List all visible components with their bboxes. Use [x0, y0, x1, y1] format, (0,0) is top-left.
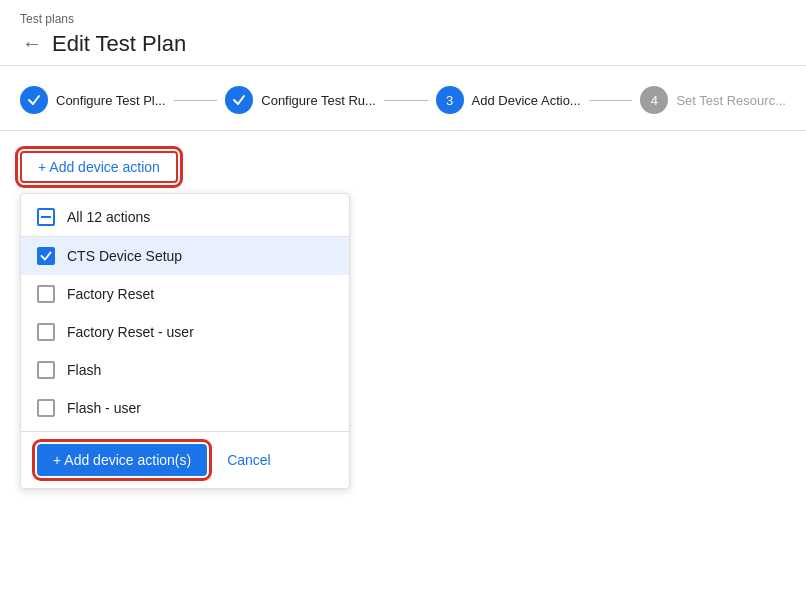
step-connector-3 — [589, 100, 633, 101]
step-connector-2 — [384, 100, 428, 101]
dropdown-item-flash-user[interactable]: Flash - user — [21, 389, 349, 427]
dropdown-footer: + Add device action(s) Cancel — [21, 431, 349, 488]
step-2-circle — [225, 86, 253, 114]
checkmark-icon-2 — [232, 93, 246, 107]
dropdown-item-flash[interactable]: Flash — [21, 351, 349, 389]
dropdown-item-factory-reset-user[interactable]: Factory Reset - user — [21, 313, 349, 351]
checkbox-all — [37, 208, 55, 226]
add-device-action-button[interactable]: + Add device action — [20, 151, 178, 183]
step-4-number: 4 — [651, 93, 658, 108]
step-connector-1 — [174, 100, 218, 101]
step-3-label: Add Device Actio... — [472, 93, 581, 108]
dropdown-item-flash-label: Flash — [67, 362, 101, 378]
checkbox-factory-reset-user — [37, 323, 55, 341]
main-content: + Add device action All 12 actions — [0, 131, 806, 596]
check-icon-cts — [40, 250, 52, 262]
step-1-circle — [20, 86, 48, 114]
dropdown-item-all-label: All 12 actions — [67, 209, 150, 225]
step-4-label: Set Test Resourc... — [676, 93, 786, 108]
dropdown-item-factory-reset-label: Factory Reset — [67, 286, 154, 302]
step-2: Configure Test Ru... — [225, 86, 376, 114]
back-button[interactable]: ← — [20, 30, 44, 57]
stepper: Configure Test Pl... Configure Test Ru..… — [0, 66, 806, 131]
dropdown-item-cts[interactable]: CTS Device Setup — [21, 237, 349, 275]
dropdown-item-flash-user-label: Flash - user — [67, 400, 141, 416]
dropdown-item-cts-label: CTS Device Setup — [67, 248, 182, 264]
checkbox-flash-user — [37, 399, 55, 417]
checkmark-icon — [27, 93, 41, 107]
step-3-number: 3 — [446, 93, 453, 108]
add-device-actions-button[interactable]: + Add device action(s) — [37, 444, 207, 476]
dropdown-panel: All 12 actions CTS Device Setup Factory — [20, 193, 350, 489]
indeterminate-indicator — [41, 216, 51, 218]
breadcrumb: Test plans — [20, 12, 786, 26]
dropdown-list: All 12 actions CTS Device Setup Factory — [21, 194, 349, 431]
step-4-circle: 4 — [640, 86, 668, 114]
step-4: 4 Set Test Resourc... — [640, 86, 786, 114]
checkbox-cts — [37, 247, 55, 265]
step-1-label: Configure Test Pl... — [56, 93, 166, 108]
checkbox-flash — [37, 361, 55, 379]
dropdown-item-all[interactable]: All 12 actions — [21, 198, 349, 236]
dropdown-item-factory-reset[interactable]: Factory Reset — [21, 275, 349, 313]
cancel-button[interactable]: Cancel — [223, 444, 275, 476]
page-title: Edit Test Plan — [52, 31, 186, 57]
dropdown-item-factory-reset-user-label: Factory Reset - user — [67, 324, 194, 340]
step-3-circle: 3 — [436, 86, 464, 114]
header: Test plans ← Edit Test Plan — [0, 0, 806, 66]
step-3: 3 Add Device Actio... — [436, 86, 581, 114]
step-1: Configure Test Pl... — [20, 86, 166, 114]
step-2-label: Configure Test Ru... — [261, 93, 376, 108]
title-row: ← Edit Test Plan — [20, 30, 786, 57]
checkbox-factory-reset — [37, 285, 55, 303]
page-container: Test plans ← Edit Test Plan Configure Te… — [0, 0, 806, 596]
